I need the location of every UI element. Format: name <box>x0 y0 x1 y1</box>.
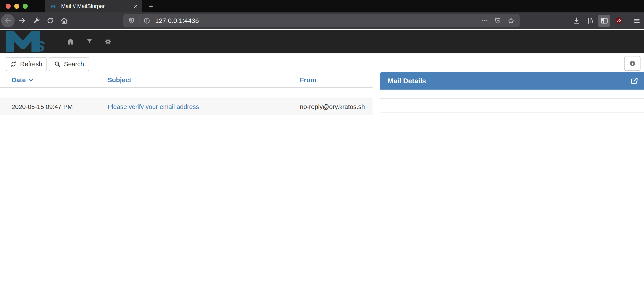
app-home-button[interactable] <box>66 37 75 46</box>
forward-button[interactable] <box>18 17 26 25</box>
app-header: s <box>0 30 644 53</box>
browser-home-button[interactable] <box>60 17 68 25</box>
reload-button[interactable] <box>46 17 54 25</box>
library-button[interactable] <box>586 17 594 25</box>
svg-text:uO: uO <box>616 19 621 22</box>
open-in-new-window-button[interactable] <box>630 77 638 85</box>
tab-title: Mail // MailSlurper <box>61 3 130 9</box>
refresh-icon <box>10 61 17 67</box>
back-arrow-icon <box>4 17 12 25</box>
filter-button[interactable] <box>86 38 93 45</box>
bookmark-star-icon[interactable] <box>508 17 515 24</box>
table-header-rule <box>0 87 372 88</box>
search-button[interactable]: Search <box>49 57 89 71</box>
browser-tab-bar: s Mail // MailSlurper <box>0 0 644 12</box>
window-controls <box>6 4 28 9</box>
screen: s Mail // MailSlurper <box>0 0 644 289</box>
settings-button[interactable] <box>104 38 112 45</box>
page-actions-icon[interactable] <box>481 17 488 24</box>
mail-details-header: Mail Details <box>380 72 644 90</box>
mailslurper-favicon: s <box>51 3 58 9</box>
mail-details-title: Mail Details <box>388 72 426 90</box>
refresh-button-label: Refresh <box>20 61 42 68</box>
back-button[interactable] <box>1 14 14 27</box>
funnel-icon <box>86 38 93 45</box>
sort-chevron-down-icon <box>28 77 34 83</box>
toolbar-divider <box>628 16 628 25</box>
search-icon <box>54 61 61 67</box>
tracking-shield-icon[interactable] <box>128 17 135 24</box>
external-link-icon <box>630 77 638 85</box>
wrench-icon <box>32 17 40 25</box>
menu-button[interactable] <box>633 17 640 25</box>
mail-date: 2020-05-15 09:47 PM <box>12 99 73 115</box>
browser-tab[interactable]: s Mail // MailSlurper <box>46 0 142 12</box>
ublock-shield-icon: uO <box>614 16 623 25</box>
downloads-button[interactable] <box>573 17 580 25</box>
gear-icon <box>104 38 112 45</box>
window-minimize-button[interactable] <box>14 4 19 9</box>
mailslurper-logo: s <box>5 31 56 52</box>
svg-text:s: s <box>55 5 56 8</box>
home-icon <box>66 37 75 46</box>
new-tab-button[interactable] <box>145 0 157 12</box>
sidebar-icon <box>600 17 608 25</box>
plus-icon <box>148 3 154 9</box>
pocket-save-icon[interactable] <box>494 17 501 24</box>
info-sign-icon <box>629 60 636 67</box>
mail-subject-link[interactable]: Please verify your email address <box>108 99 199 115</box>
urlbar-divider <box>139 17 140 24</box>
svg-text:s: s <box>35 34 46 52</box>
browser-navbar: 127.0.0.1:4436 <box>0 12 644 29</box>
mail-from: no-reply@ory.kratos.sh <box>300 99 365 115</box>
search-button-label: Search <box>64 61 84 68</box>
url-text: 127.0.0.1:4436 <box>155 17 199 24</box>
library-icon <box>586 17 594 25</box>
refresh-button[interactable]: Refresh <box>6 57 47 71</box>
column-header-subject: Subject <box>108 76 131 84</box>
devtools-wrench-button[interactable] <box>32 17 40 25</box>
ublock-button[interactable]: uO <box>614 16 623 25</box>
mail-list-row[interactable]: 2020-05-15 09:47 PM Please verify your e… <box>0 98 372 115</box>
forward-arrow-icon <box>18 17 26 25</box>
site-info-icon[interactable] <box>144 17 150 24</box>
reload-icon <box>46 17 54 25</box>
hamburger-icon <box>633 17 640 25</box>
download-icon <box>573 17 580 25</box>
tab-close-icon[interactable] <box>133 4 138 9</box>
info-button[interactable] <box>624 56 640 71</box>
column-header-date[interactable]: Date <box>12 76 34 84</box>
window-zoom-button[interactable] <box>23 4 28 9</box>
address-bar[interactable]: 127.0.0.1:4436 <box>123 14 520 27</box>
window-close-button[interactable] <box>6 4 11 9</box>
home-icon <box>60 17 68 25</box>
mail-details-body <box>380 98 644 112</box>
column-header-from: From <box>300 76 316 84</box>
sidebar-toggle-button[interactable] <box>598 14 610 27</box>
